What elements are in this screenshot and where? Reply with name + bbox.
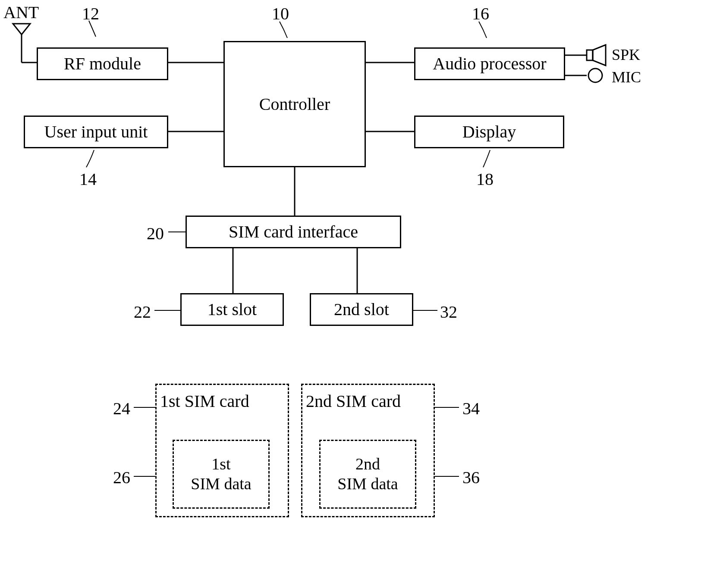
second-sim-data-text: 2nd SIM data [337, 454, 398, 494]
first-slot-text: 1st slot [208, 299, 257, 320]
ref-user-input-unit: 14 [79, 169, 97, 189]
ref-controller: 10 [272, 3, 289, 24]
rf-module-text: RF module [64, 53, 141, 74]
second-slot-block: 2nd slot [310, 293, 413, 326]
ref-rf-module: 12 [82, 3, 99, 24]
ref-first-sim-data: 26 [113, 467, 130, 488]
mic-label: MIC [612, 68, 641, 86]
controller-text: Controller [259, 94, 330, 115]
ref-display: 18 [476, 169, 494, 189]
speaker-label: SPK [612, 46, 640, 64]
svg-marker-9 [593, 45, 606, 66]
second-slot-text: 2nd slot [334, 299, 389, 320]
ref-second-sim-data: 36 [462, 467, 480, 488]
ref-first-slot: 22 [134, 302, 151, 322]
sim-card-interface-block: SIM card interface [186, 216, 401, 248]
ref-audio-processor: 16 [472, 3, 489, 24]
user-input-unit-text: User input unit [44, 122, 148, 142]
first-sim-data-block: 1st SIM data [173, 440, 270, 509]
first-sim-card-text: 1st SIM card [160, 391, 249, 412]
user-input-unit-block: User input unit [24, 116, 168, 148]
svg-marker-2 [13, 24, 30, 34]
antenna-label: ANT [3, 2, 39, 22]
second-sim-data-block: 2nd SIM data [319, 440, 416, 509]
audio-processor-text: Audio processor [433, 53, 546, 74]
ref-sim-card-interface: 20 [147, 223, 164, 244]
audio-processor-block: Audio processor [414, 47, 565, 80]
ref-first-sim-card: 24 [113, 398, 130, 419]
first-slot-block: 1st slot [180, 293, 284, 326]
display-text: Display [462, 122, 516, 142]
display-block: Display [414, 116, 564, 148]
block-diagram: ANT SPK MIC 12 10 16 14 18 20 22 32 24 2… [0, 0, 720, 588]
ref-second-slot: 32 [440, 302, 457, 322]
second-sim-card-text: 2nd SIM card [306, 391, 401, 412]
ref-second-sim-card: 34 [462, 398, 480, 419]
controller-block: Controller [223, 41, 366, 167]
first-sim-data-text: 1st SIM data [191, 454, 251, 494]
svg-rect-8 [587, 50, 593, 60]
rf-module-block: RF module [37, 47, 168, 80]
svg-point-11 [588, 69, 602, 82]
sim-card-interface-text: SIM card interface [229, 222, 358, 242]
